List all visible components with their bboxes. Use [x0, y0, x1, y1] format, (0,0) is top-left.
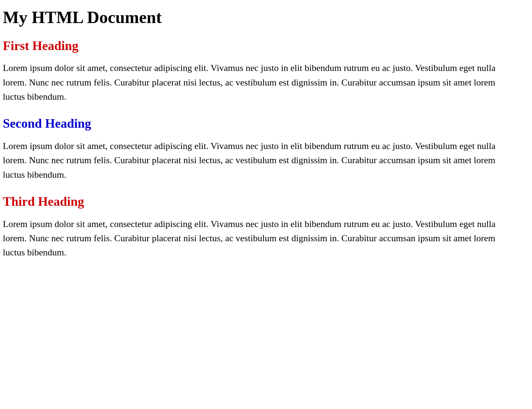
third-paragraph: Lorem ipsum dolor sit amet, consectetur …: [3, 217, 517, 260]
first-heading: First Heading: [3, 38, 529, 54]
second-paragraph: Lorem ipsum dolor sit amet, consectetur …: [3, 139, 517, 182]
first-paragraph: Lorem ipsum dolor sit amet, consectetur …: [3, 61, 517, 104]
section-1: First Heading Lorem ipsum dolor sit amet…: [3, 38, 529, 104]
third-heading: Third Heading: [3, 193, 529, 210]
page-title: My HTML Document: [3, 7, 529, 28]
second-heading: Second Heading: [3, 115, 529, 132]
section-3: Third Heading Lorem ipsum dolor sit amet…: [3, 193, 529, 260]
section-2: Second Heading Lorem ipsum dolor sit ame…: [3, 115, 529, 182]
